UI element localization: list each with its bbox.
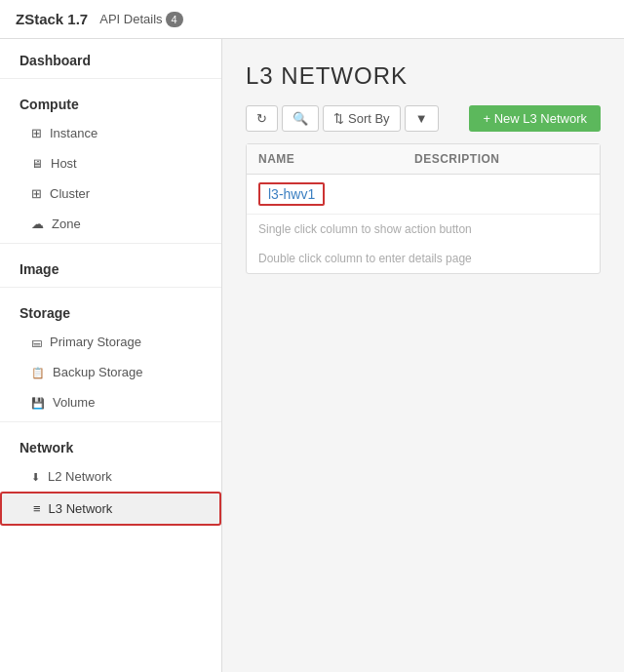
sidebar-item-host-label: Host [51,156,77,171]
backup-storage-icon [31,365,45,379]
table-hint-double: Double click column to enter details pag… [247,244,600,273]
primary-storage-icon [31,335,42,349]
zone-icon [31,217,44,231]
sidebar-section-image[interactable]: Image [0,248,221,283]
sidebar-item-primary-storage[interactable]: Primary Storage [0,327,221,357]
sidebar-item-backup-storage[interactable]: Backup Storage [0,357,221,387]
main-content: L3 NETWORK ↻ 🔍 ⇅ Sort By ▼ + New L3 Netw… [222,39,624,672]
filter-icon: ▼ [415,111,428,126]
divider-3 [0,287,221,288]
sidebar: Dashboard Compute Instance Host Cluster … [0,39,222,672]
host-icon [31,156,43,171]
sidebar-section-compute: Compute [0,83,221,118]
sidebar-item-zone[interactable]: Zone [0,209,221,239]
sidebar-section-network: Network [0,426,221,461]
sidebar-item-cluster-label: Cluster [50,186,90,201]
instance-icon [31,126,42,140]
search-icon: 🔍 [292,111,308,126]
sort-label: Sort By [348,111,390,126]
sidebar-item-l2-label: L2 Network [48,469,112,484]
divider-1 [0,78,221,79]
search-button[interactable]: 🔍 [282,105,319,132]
sidebar-item-host[interactable]: Host [0,148,221,178]
page-title: L3 NETWORK [246,62,601,90]
column-description-header: DESCRIPTION [414,152,588,166]
sidebar-item-instance[interactable]: Instance [0,118,221,148]
l3-network-table: NAME DESCRIPTION l3-hwv1 Single click co… [246,143,601,274]
app-layout: Dashboard Compute Instance Host Cluster … [0,39,624,672]
l3-network-link[interactable]: l3-hwv1 [258,182,325,206]
table-header: NAME DESCRIPTION [247,144,600,175]
sidebar-item-l2-network[interactable]: L2 Network [0,461,221,492]
divider-2 [0,243,221,244]
sort-icon: ⇅ [333,111,344,126]
sort-button[interactable]: ⇅ Sort By [323,105,401,132]
api-details-link[interactable]: API Details4 [99,12,182,27]
sidebar-item-instance-label: Instance [50,126,98,140]
new-l3-network-button[interactable]: + New L3 Network [469,105,601,132]
sidebar-item-volume-label: Volume [53,395,95,410]
table-hint-single: Single click column to show action butto… [247,215,600,244]
sidebar-item-primary-label: Primary Storage [50,335,141,349]
sidebar-section-storage: Storage [0,292,221,327]
sidebar-item-zone-label: Zone [52,217,81,231]
topbar: ZStack 1.7 API Details4 [0,0,624,39]
refresh-button[interactable]: ↻ [246,105,278,132]
app-title: ZStack 1.7 [16,11,88,27]
sidebar-item-backup-label: Backup Storage [53,365,143,379]
table-row[interactable]: l3-hwv1 [247,175,600,215]
divider-4 [0,421,221,422]
sidebar-item-volume[interactable]: Volume [0,387,221,417]
l3-network-icon [33,501,41,516]
sidebar-item-l3-network[interactable]: L3 Network [0,492,221,526]
filter-button[interactable]: ▼ [405,105,439,132]
cluster-icon [31,186,42,201]
sidebar-item-cluster[interactable]: Cluster [0,178,221,209]
refresh-icon: ↻ [256,111,267,126]
sidebar-item-l3-label: L3 Network [49,501,113,516]
sidebar-section-dashboard[interactable]: Dashboard [0,39,221,74]
column-name-header: NAME [258,152,414,166]
l2-network-icon [31,469,40,484]
volume-icon [31,395,45,410]
toolbar: ↻ 🔍 ⇅ Sort By ▼ + New L3 Network [246,105,601,132]
api-badge: 4 [166,12,183,27]
cell-name: l3-hwv1 [258,182,414,206]
